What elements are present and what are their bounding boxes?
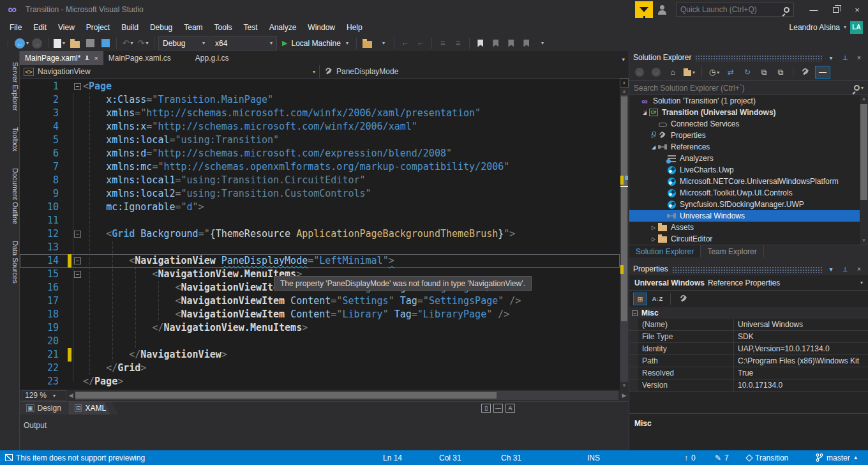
rail-tab-toolbox[interactable]: Toolbox [0,121,19,158]
tree-item[interactable]: Microsoft.Toolkit.Uwp.UI.Controls [629,187,868,199]
property-value[interactable]: UAP,Version=10.0.17134.0 [734,343,868,354]
property-pages-button[interactable] [677,293,691,305]
rail-tab-document-outline[interactable]: Document Outline [0,162,19,231]
code-line[interactable]: 20 [20,335,620,348]
close-icon[interactable]: × [854,54,864,61]
toggle-bookmark-button[interactable] [474,36,488,50]
code-line[interactable]: 21 </NavigationView> [20,348,620,362]
menu-file[interactable]: File [4,21,27,34]
insert-mode-indicator[interactable]: INS [587,450,600,465]
code-line[interactable]: 6 xmlns:d="http://schemas.microsoft.com/… [20,147,620,160]
code-line[interactable]: 8 xmlns:local1="using:Transition.Circuit… [20,174,620,187]
start-debugging-button[interactable]: ▶Local Machine▾ [278,36,352,50]
tree-item[interactable]: ◢References [629,141,868,153]
tree-expander[interactable]: ◢ [650,144,657,150]
alphabetical-sort-button[interactable]: A↓Z [650,293,664,305]
tree-item[interactable]: ▷Properties [629,130,868,141]
editor-splitter-handle[interactable]: ⇕ [620,79,629,88]
property-row[interactable]: (Name)Universal Windows [629,319,868,331]
scrollbar-thumb[interactable] [621,96,627,321]
horizontal-split-button[interactable]: — [493,404,503,413]
swap-panes-button[interactable]: A [505,404,515,413]
menu-view[interactable]: View [52,21,80,34]
back-button[interactable]: ← [632,65,647,79]
fold-collapse-button[interactable]: − [74,271,81,278]
zoom-level-dropdown[interactable]: 129 %▾ [22,390,66,400]
pending-changes-filter-button[interactable]: ◷▾ [707,65,721,79]
close-icon[interactable]: × [854,266,864,273]
property-value[interactable]: SDK [734,331,868,342]
code-editor[interactable]: 1−<Page2 x:Class="Transition.MainPage"3 … [20,79,629,390]
open-file-button[interactable] [68,36,82,50]
branch-button[interactable]: master ▲ [816,450,858,465]
window-position-dropdown[interactable]: ▾ [826,266,836,273]
tree-item[interactable]: Microsoft.NETCore.UniversalWindowsPlatfo… [629,176,868,187]
code-line[interactable]: 9 xmlns:local2="using:Transition.CustomC… [20,187,620,201]
line-indicator[interactable]: Ln 14 [383,450,402,465]
scroll-up-arrow[interactable]: ▲ [860,95,868,103]
menu-tools[interactable]: Tools [209,21,238,34]
bookmark-overflow-button[interactable]: ▾ [535,36,549,50]
quick-launch-input[interactable]: Quick Launch (Ctrl+Q) [676,3,794,17]
forward-button[interactable]: → [649,65,663,79]
menu-build[interactable]: Build [116,21,144,34]
property-value[interactable]: Universal Windows [734,319,868,330]
menu-help[interactable]: Help [341,21,368,34]
code-line[interactable]: 10 mc:Ignorable="d"> [20,201,620,214]
character-indicator[interactable]: Ch 31 [501,450,521,465]
solution-explorer-title-bar[interactable]: Solution Explorer ▾ ⊥ × [629,51,868,64]
next-bookmark-button[interactable] [504,36,518,50]
tree-item[interactable]: ▷Assets [629,222,868,233]
document-tab[interactable]: MainPage.xaml*× [20,51,103,65]
menu-analyze[interactable]: Analyze [264,21,303,34]
preview-selected-items-button[interactable]: ⧉ [774,65,788,79]
solution-explorer-search-input[interactable]: Search Solution Explorer (Ctrl+`) ▾ [629,81,868,95]
notification-filter-button[interactable] [635,1,653,18]
property-row[interactable]: IdentityUAP,Version=10.0.17134.0 [629,343,868,355]
tree-item[interactable]: ◢✓C#Transition (Universal Windows) [629,107,868,118]
pending-edits-button[interactable]: ✎ 7 [715,450,729,465]
code-line[interactable]: 12− <Grid Background="{ThemeResource App… [20,227,620,241]
member-dropdown[interactable]: PaneDisplayMode [320,67,629,76]
scroll-down-arrow[interactable]: ▼ [860,237,868,245]
solution-configuration-dropdown[interactable]: Debug▾ [158,36,209,50]
hscrollbar-thumb[interactable] [75,392,497,399]
new-file-button[interactable]: ▾ [52,36,66,50]
user-account-button[interactable]: Leandro Alsina [789,23,840,32]
decrease-indent-button[interactable]: ≡ [436,36,450,50]
properties-object-dropdown[interactable]: Universal Windows Reference Properties ▾ [629,275,868,291]
previous-bookmark-button[interactable] [489,36,503,50]
vertical-scrollbar[interactable]: ⇕ ▲ ▼ [620,79,629,390]
navigate-back-button[interactable]: ←▾ [15,36,29,50]
fold-collapse-button[interactable]: − [74,83,81,90]
menu-edit[interactable]: Edit [27,21,52,34]
tree-expander[interactable]: ▷ [650,236,657,242]
code-line[interactable]: 1−<Page [20,80,620,93]
minimize-button[interactable]: — [803,1,825,18]
code-line[interactable]: 2 x:Class="Transition.MainPage" [20,93,620,107]
restore-button[interactable] [825,1,846,18]
pin-icon[interactable]: ⊥ [840,266,850,273]
increase-indent-button[interactable]: ≡ [451,36,465,50]
code-line[interactable]: 23</Page> [20,375,620,388]
property-row[interactable]: ResolvedTrue [629,367,868,379]
property-value[interactable]: 10.0.17134.0 [734,379,868,391]
attach-to-process-button[interactable] [361,36,375,50]
scroll-down-arrow[interactable]: ▼ [620,382,629,390]
properties-title-bar[interactable]: Properties ▾ ⊥ × [629,263,868,275]
window-position-dropdown[interactable]: ▾ [826,54,836,61]
repository-button[interactable]: Transition [747,450,788,465]
code-line[interactable]: 13 [20,241,620,254]
save-all-button[interactable] [98,36,112,50]
find-symbol-button[interactable]: ⌐ [414,36,428,50]
vertical-split-button[interactable]: ▯ [481,404,491,413]
undo-button[interactable]: ↶▾ [121,36,135,50]
category-header[interactable]: − Misc [629,307,868,319]
column-indicator[interactable]: Col 31 [439,450,461,465]
tree-expander[interactable]: ▷ [650,225,657,231]
property-value[interactable]: True [734,367,868,379]
save-button[interactable] [83,36,97,50]
outgoing-commits-button[interactable]: ↑ 0 [684,450,696,465]
close-button[interactable]: × [846,1,868,18]
collapse-all-button[interactable]: ▾ [682,65,696,79]
